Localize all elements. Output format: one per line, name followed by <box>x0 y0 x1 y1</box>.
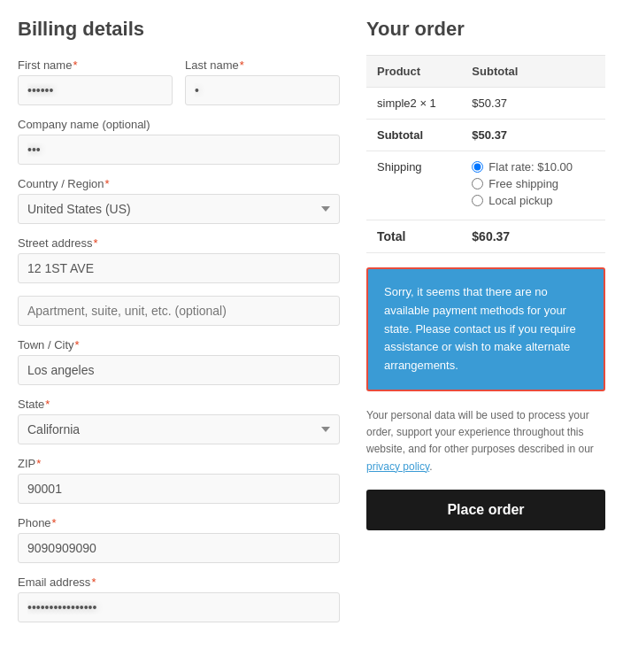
apartment-input[interactable] <box>18 296 340 326</box>
last-name-group: Last name* <box>185 58 340 105</box>
shipping-flat-label: Flat rate: $10.00 <box>488 160 573 174</box>
product-name: simple2 × 1 <box>366 88 461 120</box>
payment-alert-text: Sorry, it seems that there are no availa… <box>384 283 588 375</box>
order-title: Your order <box>366 18 605 41</box>
phone-group: Phone* <box>18 516 340 563</box>
last-name-input[interactable] <box>185 75 340 105</box>
subtotal-value: $50.37 <box>461 120 605 151</box>
city-label: Town / City* <box>18 338 340 351</box>
subtotal-label: Subtotal <box>366 120 461 151</box>
shipping-label: Shipping <box>366 151 461 220</box>
city-input[interactable] <box>18 355 340 385</box>
phone-label: Phone* <box>18 516 340 529</box>
shipping-flat-radio[interactable] <box>472 161 483 173</box>
country-select[interactable]: United States (US) <box>18 194 340 224</box>
country-group: Country / Region* United States (US) <box>18 177 340 224</box>
table-header-row: Product Subtotal <box>366 56 605 88</box>
email-label: Email address* <box>18 575 340 589</box>
shipping-options-cell: Flat rate: $10.00 Free shipping Local pi… <box>461 151 605 220</box>
order-section: Your order Product Subtotal simple2 × 1 … <box>366 18 605 635</box>
shipping-free-label: Free shipping <box>488 177 558 190</box>
first-name-input[interactable] <box>18 75 173 105</box>
company-input[interactable] <box>18 135 340 165</box>
subtotal-row: Subtotal $50.37 <box>366 120 605 151</box>
street-group: Street address* <box>18 236 340 283</box>
table-row: simple2 × 1 $50.37 <box>366 88 605 120</box>
total-value: $60.37 <box>461 220 605 253</box>
shipping-free-radio[interactable] <box>472 178 483 189</box>
total-label: Total <box>366 220 461 253</box>
zip-label: ZIP* <box>18 457 340 470</box>
col-product: Product <box>366 56 461 88</box>
first-name-group: First name* <box>18 58 173 105</box>
shipping-options-list: Flat rate: $10.00 Free shipping Local pi… <box>472 160 595 207</box>
list-item: Flat rate: $10.00 <box>472 160 595 174</box>
first-name-label: First name* <box>18 58 173 72</box>
privacy-text-end: . <box>429 460 432 473</box>
company-label: Company name (optional) <box>18 118 340 131</box>
page-container: Billing details First name* Last name* C… <box>18 18 605 635</box>
apartment-group <box>18 296 340 326</box>
billing-title: Billing details <box>18 18 340 41</box>
col-subtotal: Subtotal <box>461 56 605 88</box>
privacy-text: Your personal data will be used to proce… <box>366 409 594 455</box>
product-price: $50.37 <box>461 88 605 120</box>
zip-input[interactable] <box>18 474 340 504</box>
shipping-row: Shipping Flat rate: $10.00 Free shipping <box>366 151 605 220</box>
payment-alert: Sorry, it seems that there are no availa… <box>366 267 605 391</box>
list-item: Free shipping <box>472 177 595 190</box>
total-row: Total $60.37 <box>366 220 605 253</box>
state-select[interactable]: California <box>18 414 340 444</box>
name-row: First name* Last name* <box>18 58 340 105</box>
street-label: Street address* <box>18 236 340 250</box>
country-label: Country / Region* <box>18 177 340 190</box>
city-group: Town / City* <box>18 338 340 385</box>
place-order-button[interactable]: Place order <box>366 490 605 530</box>
email-group: Email address* <box>18 575 340 622</box>
shipping-pickup-radio[interactable] <box>472 195 483 206</box>
zip-group: ZIP* <box>18 457 340 504</box>
privacy-note: Your personal data will be used to proce… <box>366 407 605 475</box>
order-table: Product Subtotal simple2 × 1 $50.37 Subt… <box>366 55 605 253</box>
billing-section: Billing details First name* Last name* C… <box>18 18 340 635</box>
email-input[interactable] <box>18 592 340 622</box>
state-group: State* California <box>18 398 340 444</box>
state-label: State* <box>18 398 340 411</box>
privacy-policy-link[interactable]: privacy policy <box>366 460 429 473</box>
street-input[interactable] <box>18 253 340 283</box>
last-name-label: Last name* <box>185 58 340 72</box>
company-group: Company name (optional) <box>18 118 340 165</box>
phone-input[interactable] <box>18 533 340 563</box>
list-item: Local pickup <box>472 194 595 207</box>
shipping-pickup-label: Local pickup <box>488 194 552 207</box>
